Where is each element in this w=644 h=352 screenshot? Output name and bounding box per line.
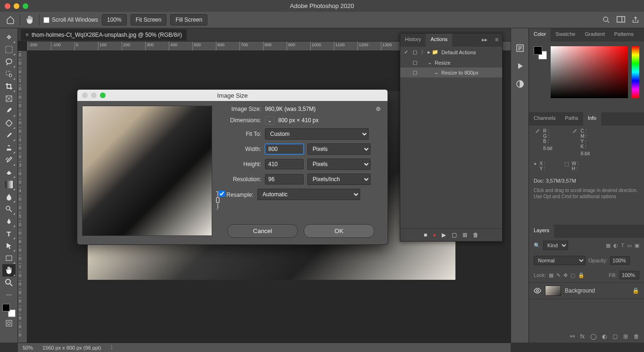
share-icon[interactable] — [632, 16, 639, 24]
width-input[interactable] — [265, 144, 304, 154]
play-icon[interactable]: ▶ — [442, 232, 446, 238]
record-icon[interactable]: ● — [433, 232, 436, 238]
home-button[interactable] — [5, 14, 16, 25]
gear-icon[interactable]: ⚙︎ — [376, 106, 381, 112]
zoom-100-button[interactable]: 100% — [102, 14, 127, 25]
clone-stamp-tool[interactable] — [2, 142, 16, 154]
height-input[interactable] — [265, 159, 304, 169]
quick-select-tool[interactable] — [2, 68, 16, 80]
frame-tool[interactable] — [2, 92, 16, 105]
fit-screen-button[interactable]: Fit Screen — [131, 14, 167, 25]
resolution-unit-select[interactable]: Pixels/Inch — [307, 174, 371, 185]
filter-type-icon[interactable]: T — [621, 243, 624, 249]
quick-mask-toggle[interactable] — [2, 317, 16, 329]
blur-tool[interactable] — [2, 191, 16, 203]
dodge-tool[interactable] — [2, 203, 16, 215]
ok-button[interactable]: OK — [304, 224, 374, 238]
cancel-button[interactable]: Cancel — [227, 224, 298, 238]
minimize-window-button[interactable] — [14, 3, 19, 9]
adjustment-layer-icon[interactable]: ◐ — [602, 333, 607, 340]
group-icon[interactable]: ▢ — [612, 333, 618, 340]
filter-pixel-icon[interactable]: ▦ — [606, 243, 611, 249]
dialog-zoom-button[interactable] — [100, 92, 106, 98]
healing-brush-tool[interactable] — [2, 117, 16, 129]
constrain-proportions-icon[interactable] — [213, 189, 223, 211]
status-flyout-icon[interactable]: 〉 — [110, 344, 116, 351]
lock-image-icon[interactable]: ✎ — [556, 272, 561, 278]
tab-patterns[interactable]: Patterns — [610, 28, 638, 42]
color-swatch-pair[interactable] — [534, 46, 547, 59]
hand-tool[interactable] — [2, 264, 16, 277]
delete-action-icon[interactable]: 🗑 — [473, 232, 479, 238]
dimensions-dropdown[interactable]: ⌄ — [265, 116, 274, 125]
resolution-input[interactable] — [265, 174, 304, 184]
lock-artboard-icon[interactable]: ▢ — [570, 272, 575, 278]
tab-history[interactable]: History — [400, 34, 426, 47]
document-tab[interactable]: × thom-holmes-Ct_WqIX28EA-unsplash.jpg @… — [21, 29, 187, 41]
fx-icon[interactable]: fx — [580, 333, 585, 340]
workspace-menu-icon[interactable] — [617, 16, 625, 24]
properties-panel-icon[interactable] — [514, 42, 526, 54]
maximize-window-button[interactable] — [23, 3, 28, 9]
type-tool[interactable]: T — [2, 227, 16, 240]
lasso-tool[interactable] — [2, 56, 16, 68]
brush-tool[interactable] — [2, 129, 16, 142]
new-set-icon[interactable]: ▢ — [452, 232, 457, 238]
tab-gradients[interactable]: Gradient — [580, 28, 610, 42]
layer-row[interactable]: Background 🔒 — [529, 282, 644, 299]
toolbar-more[interactable]: ⋯ — [2, 289, 16, 301]
tab-info[interactable]: Info — [583, 112, 601, 126]
layer-kind-filter[interactable]: Kind — [543, 241, 568, 250]
actions-item[interactable]: ▢⌄Resize — [400, 58, 502, 67]
adjustments-panel-icon[interactable] — [514, 78, 526, 90]
history-brush-tool[interactable] — [2, 154, 16, 166]
play-panel-icon[interactable] — [514, 60, 526, 72]
lock-transparency-icon[interactable]: ▦ — [549, 272, 553, 278]
gradient-tool[interactable] — [2, 178, 16, 191]
search-icon[interactable] — [603, 16, 610, 24]
eyedropper-tool[interactable] — [2, 105, 16, 117]
tab-paths[interactable]: Paths — [560, 112, 583, 126]
zoom-tool[interactable] — [2, 277, 16, 289]
dialog-close-button[interactable] — [82, 92, 88, 98]
close-tab-icon[interactable]: × — [25, 32, 29, 38]
marquee-tool[interactable] — [2, 43, 16, 56]
move-tool[interactable]: ✥ — [2, 31, 16, 43]
actions-item[interactable]: ✓▢〉 ▸ 📁Default Actions — [400, 47, 502, 58]
fit-to-select[interactable]: Custom — [265, 128, 369, 140]
hue-slider[interactable] — [632, 46, 639, 98]
delete-layer-icon[interactable]: 🗑 — [634, 333, 639, 340]
visibility-toggle-icon[interactable] — [534, 288, 541, 293]
status-zoom[interactable]: 50% — [23, 345, 33, 351]
new-action-icon[interactable]: ⊞ — [462, 232, 467, 238]
opacity-input[interactable] — [610, 256, 630, 265]
tab-actions[interactable]: Actions — [426, 34, 452, 47]
rectangle-tool[interactable] — [2, 252, 16, 264]
eraser-tool[interactable] — [2, 166, 16, 178]
link-layers-icon[interactable]: ⚯ — [570, 333, 575, 340]
collapse-panel-icon[interactable]: ▸▸ — [478, 34, 491, 47]
color-picker-field[interactable] — [551, 46, 628, 98]
fill-input[interactable] — [619, 271, 639, 279]
height-unit-select[interactable]: Pixels — [307, 159, 371, 170]
filter-adjustment-icon[interactable]: ◐ — [613, 243, 618, 249]
tab-layers[interactable]: Layers — [529, 225, 554, 238]
status-dimensions[interactable]: 1560 px x 800 px (96 ppi) — [42, 345, 101, 351]
resample-select[interactable]: Automatic — [257, 189, 360, 200]
new-layer-icon[interactable]: ⊞ — [623, 333, 628, 340]
filter-shape-icon[interactable]: ▭ — [627, 243, 632, 249]
filter-smart-icon[interactable]: ▣ — [635, 243, 639, 249]
lock-position-icon[interactable]: ✥ — [563, 272, 568, 278]
blend-mode-select[interactable]: Normal — [534, 256, 586, 265]
scroll-all-windows-checkbox[interactable]: Scroll All Windows — [43, 17, 98, 23]
tab-channels[interactable]: Channels — [529, 112, 560, 126]
fill-screen-button[interactable]: Fill Screen — [170, 14, 207, 25]
path-select-tool[interactable] — [2, 240, 16, 252]
foreground-background-swatch[interactable] — [2, 304, 16, 317]
actions-item[interactable]: ▢⌄Resize to 800px — [400, 67, 502, 77]
mask-icon[interactable]: ◯ — [590, 333, 596, 340]
width-unit-select[interactable]: Pixels — [307, 143, 371, 155]
tab-swatches[interactable]: Swatche — [551, 28, 580, 42]
tab-color[interactable]: Color — [529, 28, 551, 42]
pen-tool[interactable] — [2, 215, 16, 227]
